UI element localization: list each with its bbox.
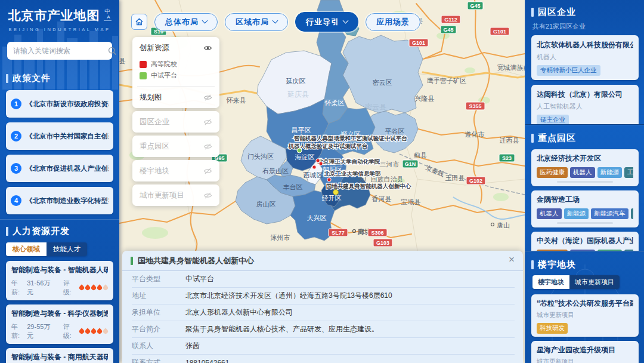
nav-regional-layout[interactable]: 区域布局	[225, 13, 288, 31]
legend-pilot-label: 中试平台	[151, 71, 177, 80]
building-card[interactable]: “芯粒”技术公共研发服务平台建设... 城市更新项目 科技研发	[531, 294, 639, 337]
college-marker[interactable]	[319, 162, 323, 165]
map-canvas[interactable]: 延庆区 延庆县 怀柔区 密云区 密云县 昌平区 顺义区 平谷区 门头沟区 海淀区…	[119, 0, 525, 363]
county-label-sanhe: 三河市	[380, 161, 400, 168]
policy-item[interactable]: 1 《北京市新设市级政府投资基金项目...	[6, 90, 113, 118]
search-icon[interactable]	[108, 47, 117, 56]
svg-text:G112: G112	[444, 17, 457, 23]
layer-panel: 创新资源 高等院校 中试平台 规划图	[132, 37, 219, 206]
road-badge-g102: G102	[466, 177, 485, 184]
close-icon[interactable]: ×	[509, 254, 515, 264]
companies-count: 共有21家园区企业	[532, 22, 639, 31]
svg-text:SL77: SL77	[332, 230, 345, 236]
salary-label: 年薪:	[11, 322, 25, 340]
parks-section-header: 重点园区	[531, 133, 639, 144]
policy-number-badge: 4	[11, 195, 21, 206]
district-label-miyun: 密云区	[373, 79, 392, 86]
section-accent-bar	[531, 260, 534, 269]
nav-overall-layout[interactable]: 总体布局	[154, 13, 218, 31]
section-accent-bar	[531, 8, 534, 17]
policy-item-text: 《北京市制造业数字化转型实施方案...	[26, 196, 109, 205]
park-card[interactable]: 北京经济技术开发区 医药健康 机器人 新能源 工业互联网	[531, 149, 639, 186]
tab-urban-renewal[interactable]: 城市更新项目	[569, 275, 620, 289]
tab-building-plots[interactable]: 楼宇地块	[532, 275, 569, 289]
eye-off-icon[interactable]	[203, 191, 212, 200]
layer-key-parks[interactable]: 重点园区	[132, 136, 219, 157]
home-button[interactable]	[131, 14, 147, 30]
eye-off-icon[interactable]	[203, 93, 212, 102]
tab-skilled-talent[interactable]: 技能人才	[47, 242, 87, 256]
hr-item[interactable]: 智能制造与装备 - 智能机器人研发与... 年薪: 31-56万元 评级:	[6, 261, 113, 300]
poi-label-bjut-college: 北京工业大学信息学部	[324, 170, 382, 177]
hr-item-title: 智能制造与装备 - 科学仪器制造	[11, 309, 108, 319]
road-badge-g112: G112	[441, 16, 460, 23]
policy-item-text: 《北京市新设市级政府投资基金项目...	[26, 100, 109, 109]
park-card[interactable]: 中关村（海淀）国际机器人产业园 医药健康 机器人 新能源 人工智能	[531, 232, 639, 251]
policy-item[interactable]: 2 《北京市中关村国家自主创新示范区...	[6, 122, 113, 150]
sidebar-divider	[0, 219, 119, 220]
park-name: 金隅智造工场	[537, 195, 633, 205]
layer-label: 园区企业	[140, 117, 169, 127]
county-label-huailai: 怀来县	[226, 97, 246, 104]
language-toggle-icon[interactable]: 中A	[104, 8, 112, 21]
hr-section-title: 人力资源开发	[13, 226, 70, 237]
eye-off-icon[interactable]	[203, 142, 212, 151]
park-card[interactable]: 金隅智造工场 机器人 新能源 新能源汽车 人工智能	[531, 190, 639, 227]
detail-value: 北京人形机器人创新中心有限公司	[185, 307, 293, 318]
detail-title: 国地共建具身智能机器人创新中心	[138, 256, 254, 266]
search-input[interactable]	[7, 47, 108, 55]
company-industry: 机器人	[537, 53, 633, 61]
college-marker[interactable]	[312, 165, 316, 169]
app-window: 北京市产业地图 中A BEIJING INDUSTRIAL MAP 政策文件 1…	[0, 0, 644, 363]
detail-row-platform-type: 平台类型 中试平台	[132, 271, 515, 288]
layer-innovation-resources[interactable]: 创新资源	[132, 37, 219, 59]
selected-platform-marker[interactable]	[333, 190, 339, 195]
company-card[interactable]: 达闼科技（北京）有限公司 人工智能机器人 链主企业	[531, 85, 639, 124]
layer-label: 创新资源	[140, 43, 169, 53]
layer-urban-renewal[interactable]: 城市更新项目	[132, 184, 219, 206]
county-label-zhuozhou: 涿州市	[271, 234, 290, 241]
layer-building-plots[interactable]: 楼宇地块	[132, 160, 219, 182]
eye-icon[interactable]	[203, 44, 212, 53]
tab-core-fields[interactable]: 核心领域	[6, 242, 47, 256]
hr-item[interactable]: 智能制造与装备 - 科学仪器制造 年薪: 29-55万元 评级:	[6, 304, 113, 344]
college-marker[interactable]	[316, 159, 320, 162]
park-tag: 医药健康	[537, 167, 568, 178]
district-label-haidian: 海淀区	[295, 153, 315, 161]
right-sidebar: 园区企业 共有21家园区企业 北京软体机器人科技股份有限公司 机器人 专精特新小…	[525, 0, 644, 363]
county-label-tangshan: 唐山	[497, 222, 510, 229]
rating-label: 评级:	[63, 279, 77, 297]
policy-item[interactable]: 4 《北京市制造业数字化转型实施方案...	[6, 187, 113, 214]
tag-scrollbar[interactable]	[557, 222, 613, 224]
district-label-huairou: 怀柔区	[324, 99, 345, 106]
district-label-daxing: 大兴区	[307, 214, 327, 222]
policy-item[interactable]: 3 《北京市促进机器人产业创新发展的...	[6, 155, 113, 182]
layer-park-companies[interactable]: 园区企业	[132, 111, 219, 133]
policy-number-badge: 3	[11, 163, 21, 174]
building-card[interactable]: 星海产业园改造升级项目 城市更新项目 集成电路 智能驾驶	[531, 341, 639, 363]
detail-label: 平台类型	[132, 274, 170, 284]
tag-scrollbar[interactable]	[557, 181, 613, 183]
eye-off-icon[interactable]	[203, 118, 212, 127]
buildings-section-title: 楼宇地块	[538, 259, 576, 270]
poi-label-robot-center: 国地共建具身智能机器人创新中心	[326, 183, 411, 189]
company-card[interactable]: 北京软体机器人科技股份有限公司 机器人 专精特新小巨人企业	[531, 35, 639, 80]
pilot-platform-marker[interactable]	[297, 148, 302, 153]
eye-off-icon[interactable]	[203, 167, 212, 176]
detail-value: 中试平台	[185, 274, 214, 284]
chevron-down-icon	[343, 18, 349, 24]
layer-planning-map[interactable]: 规划图	[132, 87, 219, 108]
detail-panel[interactable]: 国地共建具身智能机器人创新中心 × 平台类型 中试平台 地址 北京市北京经济技术…	[122, 251, 523, 363]
hr-section-header: 人力资源开发	[6, 226, 113, 237]
section-accent-bar	[6, 74, 8, 83]
district-label-yanqing: 延庆区	[286, 78, 306, 85]
rating-flames	[79, 285, 108, 290]
nav-application-scenarios[interactable]: 应用场景	[366, 13, 420, 31]
road-badge-s23: S23	[499, 154, 515, 162]
nav-industry-guide[interactable]: 行业导引	[295, 12, 358, 32]
college-marker[interactable]	[327, 178, 331, 182]
road-badge-s355: S355	[466, 102, 485, 110]
hr-item[interactable]: 智能制造与装备 - 商用航天器研发与... 年薪: 27-49万元 评级:	[6, 348, 113, 363]
detail-accent-bar	[131, 257, 133, 265]
park-name: 北京经济技术开发区	[537, 153, 633, 164]
